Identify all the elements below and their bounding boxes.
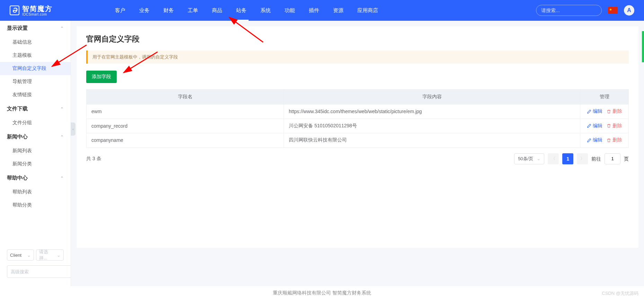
cell-actions: 编辑删除 [580, 133, 629, 148]
sidebar-item[interactable]: 官网自定义字段 [0, 62, 71, 75]
chevron-up-icon: ⌃ [60, 107, 64, 111]
goto-page: 前往 页 [591, 153, 629, 164]
right-scrollbar[interactable] [642, 31, 644, 62]
delete-link[interactable]: 删除 [607, 137, 622, 143]
trash-icon [607, 109, 611, 114]
sidebar-section-header[interactable]: 显示设置⌃ [0, 21, 71, 36]
avatar[interactable]: A [624, 5, 634, 16]
edit-link[interactable]: 编辑 [587, 137, 602, 143]
delete-link[interactable]: 删除 [607, 123, 622, 129]
nav-item-4[interactable]: 商品 [205, 0, 229, 21]
logo-icon: Ə [10, 6, 19, 15]
cell-actions: 编辑删除 [580, 119, 629, 133]
sidebar-item[interactable]: 导航管理 [0, 75, 71, 88]
nav-item-9[interactable]: 资源 [326, 0, 350, 21]
nav-item-1[interactable]: 业务 [132, 0, 156, 21]
chevron-up-icon: ⌃ [60, 176, 64, 181]
note-banner: 用于在官网主题模板中，调用的自定义字段 [86, 51, 629, 64]
nav-item-2[interactable]: 财务 [156, 0, 181, 21]
chevron-down-icon: ⌄ [57, 253, 61, 258]
nav-item-8[interactable]: 插件 [302, 0, 326, 21]
sidebar-item[interactable]: 文件分组 [0, 116, 71, 129]
panel: 官网自定义字段 用于在官网主题模板中，调用的自定义字段 添加字段 字段名 字段内… [77, 26, 638, 248]
advanced-search-input[interactable] [7, 265, 71, 278]
nav-item-5[interactable]: 站务 [229, 0, 253, 21]
top-header: Ə 智简魔方 IDCSmart.com 客户业务财务工单商品站务系统功能插件资源… [0, 0, 644, 21]
nav-item-7[interactable]: 功能 [278, 0, 302, 21]
global-search[interactable] [536, 5, 602, 16]
chevron-up-icon: ⌃ [60, 26, 64, 31]
footer: 重庆顺戴网络科技有限公司 智简魔方财务系统 [0, 286, 644, 300]
sidebar: 显示设置⌃基础信息主题模板官网自定义字段导航管理友情链接文件下载⌃文件分组新闻中… [0, 21, 71, 286]
logo[interactable]: Ə 智简魔方 IDCSmart.com [10, 5, 53, 16]
trash-icon [607, 138, 611, 143]
sidebar-section-header[interactable]: 帮助中心⌃ [0, 171, 71, 185]
sidebar-section-header[interactable]: 新闻中心⌃ [0, 129, 71, 144]
sidebar-bottom: Client ⌄ 请选择... ⌄ [0, 245, 71, 282]
table-row: ewmhttps://www.345idc.com/themes/web/web… [87, 104, 629, 119]
edit-link[interactable]: 编辑 [587, 123, 602, 129]
table-row: company_record川公网安备 51010502011298号编辑删除 [87, 119, 629, 133]
add-field-button[interactable]: 添加字段 [86, 71, 117, 83]
sidebar-item[interactable]: 帮助列表 [0, 185, 71, 199]
sidebar-section-header[interactable]: 文件下载⌃ [0, 101, 71, 116]
secondary-select-placeholder: 请选择... [39, 249, 55, 261]
col-actions: 管理 [580, 90, 629, 104]
logo-title: 智简魔方 [22, 5, 53, 12]
chevron-down-icon: ⌄ [27, 253, 31, 258]
next-page-button[interactable]: 〉 [577, 153, 588, 164]
col-name: 字段名 [87, 90, 284, 104]
page-number[interactable]: 1 [562, 153, 573, 164]
fields-table: 字段名 字段内容 管理 ewmhttps://www.345idc.com/th… [86, 89, 629, 148]
page-size-select[interactable]: 50条/页 ⌄ [514, 153, 544, 164]
goto-page-input[interactable] [605, 153, 620, 164]
cell-name: company_record [87, 119, 284, 133]
nav-item-3[interactable]: 工单 [181, 0, 205, 21]
cell-content: https://www.345idc.com/themes/web/web/st… [284, 104, 580, 119]
main-content: 官网自定义字段 用于在官网主题模板中，调用的自定义字段 添加字段 字段名 字段内… [71, 21, 644, 286]
trash-icon [607, 124, 611, 128]
delete-link[interactable]: 删除 [607, 108, 622, 115]
search-input[interactable] [541, 8, 602, 13]
sidebar-item[interactable]: 友情链接 [0, 88, 71, 101]
sidebar-item[interactable]: 帮助分类 [0, 199, 71, 212]
sidebar-collapse-button[interactable]: ‹ [71, 122, 75, 136]
cell-name: ewm [87, 104, 284, 119]
edit-icon [587, 124, 591, 128]
cell-content: 四川网联快云科技有限公司 [284, 133, 580, 148]
edit-icon [587, 138, 591, 143]
sidebar-item[interactable]: 新闻列表 [0, 144, 71, 157]
prev-page-button[interactable]: 〈 [548, 153, 559, 164]
cell-content: 川公网安备 51010502011298号 [284, 119, 580, 133]
top-nav: 客户业务财务工单商品站务系统功能插件资源应用商店 [108, 0, 385, 21]
nav-item-6[interactable]: 系统 [253, 0, 278, 21]
chevron-down-icon: ⌄ [537, 156, 540, 161]
cell-actions: 编辑删除 [580, 104, 629, 119]
secondary-select[interactable]: 请选择... ⌄ [36, 249, 64, 261]
table-row: companyname四川网联快云科技有限公司编辑删除 [87, 133, 629, 148]
nav-item-10[interactable]: 应用商店 [350, 0, 385, 21]
chevron-up-icon: ⌃ [60, 135, 64, 139]
nav-item-0[interactable]: 客户 [108, 0, 132, 21]
sidebar-item[interactable]: 主题模板 [0, 49, 71, 62]
total-count: 共 3 条 [86, 156, 101, 162]
client-select[interactable]: Client ⌄ [7, 249, 34, 261]
pagination-row: 共 3 条 50条/页 ⌄ 〈 1 〉 前往 页 [86, 153, 629, 164]
sidebar-item[interactable]: 基础信息 [0, 36, 71, 49]
page-title: 官网自定义字段 [86, 34, 629, 44]
col-content: 字段内容 [284, 90, 580, 104]
logo-subtitle: IDCSmart.com [22, 12, 53, 16]
edit-icon [587, 109, 591, 114]
watermark: CSDN @无忧源码 [602, 290, 638, 297]
cell-name: companyname [87, 133, 284, 148]
edit-link[interactable]: 编辑 [587, 108, 602, 115]
flag-icon[interactable] [608, 7, 618, 14]
client-select-label: Client [10, 253, 21, 258]
sidebar-item[interactable]: 新闻分类 [0, 157, 71, 171]
